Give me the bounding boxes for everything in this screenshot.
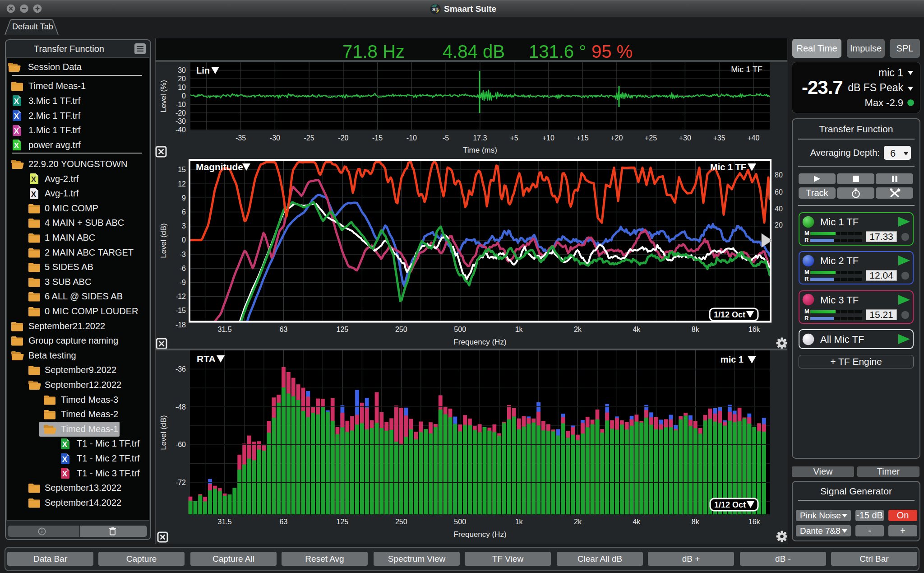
svg-text:125: 125 [337, 326, 349, 333]
svg-text:63: 63 [280, 518, 288, 526]
svg-text:80: 80 [775, 171, 783, 179]
svg-text:-48: -48 [176, 403, 186, 411]
svg-text:10: 10 [178, 84, 186, 91]
svg-text:12: 12 [178, 180, 186, 188]
svg-text:0: 0 [182, 236, 186, 244]
svg-text:9: 9 [182, 194, 186, 202]
svg-text:-40: -40 [176, 126, 186, 134]
svg-text:X: X [62, 440, 68, 449]
svg-text:-20: -20 [176, 109, 186, 117]
svg-text:-72: -72 [176, 479, 186, 486]
svg-text:250: 250 [395, 518, 407, 526]
svg-text:+40: +40 [747, 134, 759, 142]
svg-text:-15: -15 [176, 307, 186, 314]
svg-text:+20: +20 [610, 134, 623, 142]
svg-text:2k: 2k [574, 326, 582, 333]
svg-text:Time (ms): Time (ms) [463, 146, 497, 154]
svg-text:X: X [62, 470, 68, 478]
svg-text:RTA: RTA [197, 354, 216, 364]
svg-text:-25: -25 [304, 134, 314, 142]
svg-text:31.5: 31.5 [218, 326, 232, 333]
svg-text:-9: -9 [180, 279, 186, 286]
svg-text:4k: 4k [633, 518, 641, 526]
svg-text:-30: -30 [270, 134, 280, 142]
svg-text:1k: 1k [515, 326, 523, 333]
svg-text:X: X [31, 175, 37, 184]
svg-text:-36: -36 [176, 365, 186, 373]
svg-text:16k: 16k [748, 518, 761, 526]
svg-text:1/12 Oct: 1/12 Oct [714, 500, 746, 509]
svg-text:-18: -18 [176, 321, 186, 329]
svg-text:8k: 8k [692, 326, 700, 333]
svg-text:Frequency (Hz): Frequency (Hz) [453, 530, 506, 539]
svg-text:-10: -10 [176, 101, 186, 108]
svg-text:Mic 1 TF: Mic 1 TF [710, 162, 746, 172]
svg-text:500: 500 [454, 518, 466, 526]
svg-text:500: 500 [454, 326, 466, 333]
svg-text:1k: 1k [515, 518, 523, 526]
svg-text:X: X [62, 455, 68, 464]
svg-text:15: 15 [178, 166, 186, 173]
svg-text:ST: ST [432, 7, 439, 12]
svg-text:+15: +15 [577, 134, 589, 142]
svg-text:16k: 16k [748, 326, 761, 333]
svg-text:Magnitude: Magnitude [196, 162, 243, 172]
svg-text:X: X [31, 190, 37, 199]
svg-text:63: 63 [280, 326, 288, 333]
svg-text:4k: 4k [633, 326, 641, 333]
svg-text:250: 250 [395, 326, 407, 333]
svg-text:-10: -10 [407, 134, 417, 142]
svg-text:31.5: 31.5 [218, 518, 232, 526]
svg-text:X: X [14, 141, 19, 150]
svg-text:125: 125 [337, 518, 349, 526]
svg-text:60: 60 [775, 188, 783, 196]
svg-text:+30: +30 [679, 134, 691, 142]
svg-text:+5: +5 [510, 134, 518, 142]
svg-text:-35: -35 [236, 134, 246, 142]
svg-text:17.3: 17.3 [473, 134, 487, 142]
svg-text:Level (dB): Level (dB) [159, 415, 168, 450]
svg-text:+35: +35 [713, 134, 725, 142]
svg-text:-12: -12 [176, 293, 186, 300]
svg-text:-15: -15 [372, 134, 383, 142]
svg-text:-3: -3 [180, 251, 186, 258]
svg-text:Level (dB): Level (dB) [159, 223, 168, 258]
svg-text:Frequency (Hz): Frequency (Hz) [453, 338, 506, 346]
svg-text:30: 30 [178, 66, 186, 74]
svg-text:Level (%): Level (%) [159, 80, 168, 112]
svg-text:20: 20 [775, 221, 783, 229]
svg-text:-5: -5 [443, 134, 449, 142]
svg-text:Lin: Lin [196, 65, 210, 75]
svg-text:Mic 1 TF: Mic 1 TF [731, 65, 762, 74]
svg-text:X: X [14, 112, 19, 121]
svg-text:1/12 Oct: 1/12 Oct [714, 310, 745, 319]
svg-text:-60: -60 [176, 441, 186, 448]
svg-text:3: 3 [182, 222, 186, 230]
svg-text:40: 40 [775, 205, 783, 213]
svg-text:-6: -6 [180, 265, 186, 272]
svg-text:+25: +25 [645, 134, 657, 142]
svg-text:0: 0 [182, 92, 186, 100]
svg-text:-30: -30 [176, 117, 186, 125]
svg-text:+10: +10 [542, 134, 554, 142]
svg-text:2k: 2k [574, 518, 582, 526]
svg-text:mic 1: mic 1 [721, 354, 744, 364]
svg-text:-20: -20 [338, 134, 348, 142]
svg-text:8k: 8k [692, 518, 700, 526]
svg-text:X: X [14, 127, 19, 135]
svg-text:20: 20 [178, 75, 186, 83]
svg-text:X: X [14, 97, 19, 106]
svg-text:6: 6 [182, 208, 186, 216]
